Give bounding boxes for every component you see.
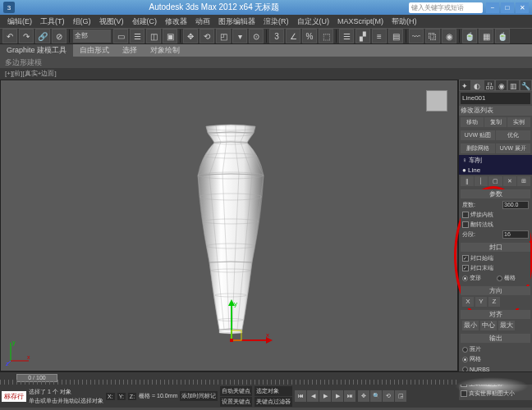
- goto-end-icon[interactable]: ⏭: [344, 390, 355, 402]
- tab-display-icon[interactable]: ▥: [507, 80, 520, 91]
- btn-delmesh[interactable]: 删除网格: [461, 144, 495, 153]
- tab-hierarchy-icon[interactable]: 品: [484, 80, 496, 91]
- rotate-button[interactable]: ⟲: [200, 29, 214, 43]
- named-sel-button[interactable]: ☰: [339, 29, 354, 43]
- axis-z-button[interactable]: Z: [488, 297, 500, 307]
- object-name-field[interactable]: Line001: [461, 93, 530, 104]
- nav-orbit-icon[interactable]: ⟲: [383, 390, 394, 402]
- tab-motion-icon[interactable]: ◉: [495, 80, 507, 91]
- play-icon[interactable]: ▶: [319, 390, 331, 402]
- move-button[interactable]: ✥: [183, 29, 198, 43]
- goto-start-icon[interactable]: ⏮: [295, 390, 306, 402]
- menu-view[interactable]: 视图(V): [95, 16, 128, 27]
- stack-pin-icon[interactable]: ‖: [461, 176, 474, 186]
- refcoord-button[interactable]: ▾: [232, 29, 247, 43]
- stack-config-icon[interactable]: ⊞: [517, 176, 530, 186]
- selobj-dropdown[interactable]: 选定对象: [255, 386, 292, 396]
- axis-y-button[interactable]: Y: [475, 297, 487, 307]
- time-ruler[interactable]: [0, 380, 458, 385]
- tab-modify-icon[interactable]: ◐: [471, 80, 484, 91]
- btn-uvwunwrap[interactable]: UVW 展开: [496, 144, 530, 153]
- mod-lathe[interactable]: ♀ 车削: [459, 155, 532, 166]
- select-name-button[interactable]: ☰: [130, 29, 144, 43]
- grid-radio[interactable]: [497, 276, 502, 281]
- coord-y[interactable]: Y:: [117, 393, 126, 400]
- timetag-field[interactable]: 添加时间标记: [180, 391, 218, 401]
- undo-button[interactable]: ↶: [2, 29, 17, 43]
- spinner-snap-button[interactable]: ⬚: [319, 29, 333, 43]
- viewcube[interactable]: [426, 90, 447, 112]
- realworld-checkbox[interactable]: [461, 390, 467, 397]
- segs-spinner[interactable]: 16: [502, 230, 529, 239]
- transform-gizmo[interactable]: y x: [225, 298, 274, 347]
- capstart-checkbox[interactable]: [462, 255, 469, 262]
- btn-optimize[interactable]: 优化: [496, 130, 530, 140]
- tab-create-icon[interactable]: ✦: [459, 80, 471, 91]
- schematic-button[interactable]: ⿻: [425, 29, 440, 43]
- degrees-spinner[interactable]: 360.0: [502, 201, 529, 209]
- curve-editor-button[interactable]: 〰: [409, 29, 424, 43]
- mirror-button[interactable]: ▞: [355, 29, 370, 43]
- menu-render[interactable]: 渲染(R): [259, 16, 293, 27]
- select-button[interactable]: ▭: [113, 29, 128, 43]
- next-frame-icon[interactable]: ▶: [332, 390, 343, 402]
- selection-filter[interactable]: 全部: [73, 30, 111, 43]
- render-setup-button[interactable]: 🍵: [462, 29, 477, 43]
- keyfilter-button[interactable]: 关键点过滤器: [255, 397, 292, 407]
- out-mesh-radio[interactable]: [462, 357, 468, 362]
- modifier-list-dropdown[interactable]: 修改器列表: [459, 106, 532, 116]
- btn-instance[interactable]: 实例: [507, 117, 530, 127]
- ribbon-tab-select[interactable]: 选择: [116, 44, 144, 57]
- viewport-label-text[interactable]: [+][前][真实+边面]: [5, 68, 57, 80]
- nav-pan-icon[interactable]: ✥: [358, 390, 369, 402]
- tab-utilities-icon[interactable]: 🔧: [520, 80, 532, 91]
- align-max-button[interactable]: 最大: [498, 321, 515, 330]
- unlink-button[interactable]: ⊘: [52, 29, 66, 43]
- out-patch-radio[interactable]: [462, 347, 468, 353]
- ribbon-tab-graphite[interactable]: Graphite 建模工具: [0, 44, 73, 57]
- angle-snap-button[interactable]: ∠: [286, 29, 300, 43]
- snap-button[interactable]: 3: [269, 29, 284, 43]
- minimize-button[interactable]: −: [486, 2, 499, 13]
- menu-animation[interactable]: 动画: [191, 16, 214, 27]
- capend-checkbox[interactable]: [462, 265, 469, 271]
- align-button[interactable]: ≡: [372, 29, 387, 43]
- search-input[interactable]: 键入关键字或短语: [409, 2, 483, 13]
- ribbon-tab-freeform[interactable]: 自由形式: [73, 44, 116, 57]
- mod-line[interactable]: ● Line: [459, 166, 532, 175]
- menu-tools[interactable]: 工具(T): [36, 16, 69, 27]
- select-region-button[interactable]: ◫: [146, 29, 161, 43]
- timeline[interactable]: 0 / 100: [0, 371, 532, 385]
- menu-maxscript[interactable]: MAXScript(M): [333, 17, 388, 25]
- stack-show-icon[interactable]: │: [475, 176, 488, 186]
- morph-radio[interactable]: [462, 276, 468, 281]
- coord-x[interactable]: X:: [106, 393, 115, 400]
- setkey-button[interactable]: 设置关键点: [220, 397, 252, 407]
- modifier-stack[interactable]: ♀ 车削 ● Line: [459, 155, 532, 175]
- flip-checkbox[interactable]: [462, 221, 469, 228]
- pivot-button[interactable]: ⊙: [249, 29, 264, 43]
- render-button[interactable]: 🍵: [495, 29, 510, 43]
- nav-max-icon[interactable]: ◲: [395, 390, 406, 402]
- scale-button[interactable]: ◰: [216, 29, 231, 43]
- percent-snap-button[interactable]: %: [302, 29, 317, 43]
- stack-unique-icon[interactable]: ▢: [488, 176, 502, 186]
- weld-checkbox[interactable]: [462, 212, 469, 218]
- align-min-button[interactable]: 最小: [462, 321, 479, 330]
- align-center-button[interactable]: 中心: [480, 321, 497, 330]
- close-button[interactable]: ✕: [516, 2, 529, 13]
- material-button[interactable]: ◉: [442, 29, 456, 43]
- window-crossing-button[interactable]: ▣: [163, 29, 177, 43]
- viewport[interactable]: y x y x z: [0, 80, 458, 371]
- maximize-button[interactable]: □: [501, 2, 514, 13]
- menu-create[interactable]: 创建(C): [128, 16, 162, 27]
- render-frame-button[interactable]: ▦: [479, 29, 493, 43]
- link-button[interactable]: 🔗: [35, 29, 50, 43]
- stack-remove-icon[interactable]: ✕: [503, 176, 516, 186]
- prev-frame-icon[interactable]: ◀: [307, 390, 319, 402]
- axis-x-button[interactable]: X: [462, 297, 474, 307]
- redo-button[interactable]: ↷: [19, 29, 34, 43]
- autokey-button[interactable]: 自动关键点: [220, 386, 252, 396]
- ribbon-tab-paint[interactable]: 对象绘制: [144, 44, 186, 57]
- menu-group[interactable]: 组(G): [69, 16, 95, 27]
